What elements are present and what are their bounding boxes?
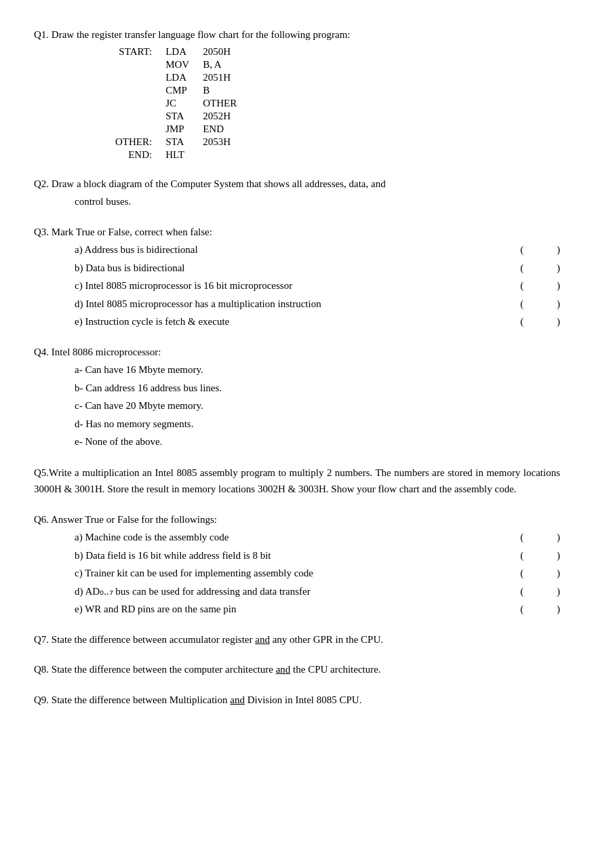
q6-items-container: a) Machine code is the assembly code( )b…: [34, 530, 560, 617]
list-item: a) Machine code is the assembly code( ): [75, 530, 560, 545]
q2-line1: Q2. Draw a block diagram of the Computer…: [34, 176, 560, 192]
list-item: e) Instruction cycle is fetch & execute(…: [75, 314, 560, 330]
q1-header: Q1. Draw the register transfer language …: [34, 27, 560, 43]
list-item: e) WR and RD pins are on the same pin( ): [75, 601, 560, 617]
q9-text: State the difference between Multiplicat…: [49, 694, 230, 705]
q4-label: Q4.: [34, 347, 49, 357]
question-4: Q4. Intel 8086 microprocessor: a- Can ha…: [34, 344, 560, 450]
q7-label: Q7.: [34, 634, 49, 645]
list-item: a) Address bus is bidirectional( ): [75, 242, 560, 258]
question-9: Q9. State the difference between Multipl…: [34, 692, 560, 708]
q2-text2: control buses.: [75, 196, 131, 207]
q3-intro: Mark True or False, correct when false:: [49, 226, 212, 237]
list-item: a- Can have 16 Mbyte memory.: [75, 362, 560, 378]
q7-text2: any other GPR in the CPU.: [270, 634, 383, 645]
list-item: b) Data bus is bidirectional( ): [75, 260, 560, 276]
q2-label: Q2.: [34, 178, 49, 189]
q3-items-container: a) Address bus is bidirectional( )b) Dat…: [34, 242, 560, 330]
table-row: JCOTHER: [115, 97, 250, 110]
q2-text: Draw a block diagram of the Computer Sys…: [49, 178, 386, 189]
q9-text2: Division in Intel 8085 CPU.: [245, 694, 362, 705]
table-row: MOVB, A: [115, 58, 250, 71]
q9-label: Q9.: [34, 694, 49, 705]
q6-intro: Answer True or False for the followings:: [49, 514, 217, 525]
q1-label: Q1.: [34, 29, 49, 40]
list-item: e- None of the above.: [75, 434, 560, 450]
q7-text: State the difference between accumulator…: [49, 634, 255, 645]
question-8: Q8. State the difference between the com…: [34, 662, 560, 677]
table-row: END:HLT: [115, 149, 250, 161]
table-row: CMPB: [115, 84, 250, 97]
q5-label: Q5.: [34, 467, 49, 478]
list-item: c- Can have 20 Mbyte memory.: [75, 398, 560, 414]
question-5: Q5.Write a multiplication an Intel 8085 …: [34, 465, 560, 497]
q8-line: Q8. State the difference between the com…: [34, 662, 560, 677]
list-item: b- Can address 16 address bus lines.: [75, 380, 560, 396]
table-row: START:LDA2050H: [115, 45, 250, 58]
table-row: JMPEND: [115, 123, 250, 136]
q5-text: Q5.Write a multiplication an Intel 8085 …: [34, 465, 560, 497]
table-row: LDA2051H: [115, 71, 250, 84]
q7-line: Q7. State the difference between accumul…: [34, 632, 560, 648]
q6-label: Q6.: [34, 514, 49, 525]
q8-text2: the CPU architecture.: [290, 664, 380, 675]
q3-header: Q3. Mark True or False, correct when fal…: [34, 224, 560, 240]
q7-underline: and: [255, 634, 270, 645]
list-item: d) Intel 8085 microprocessor has a multi…: [75, 296, 560, 312]
table-row: OTHER:STA2053H: [115, 136, 250, 149]
list-item: c) Intel 8085 microprocessor is 16 bit m…: [75, 278, 560, 294]
q6-header: Q6. Answer True or False for the followi…: [34, 512, 560, 528]
q1-text: Draw the register transfer language flow…: [49, 29, 350, 40]
list-item: d- Has no memory segments.: [75, 416, 560, 432]
question-3: Q3. Mark True or False, correct when fal…: [34, 224, 560, 330]
q1-program-table: START:LDA2050HMOVB, ALDA2051HCMPBJCOTHER…: [115, 45, 250, 161]
q3-label: Q3.: [34, 226, 49, 237]
list-item: d) AD₀..₇ bus can be used for addressing…: [75, 584, 560, 599]
q5-content: Write a multiplication an Intel 8085 ass…: [34, 467, 560, 494]
list-item: c) Trainer kit can be used for implement…: [75, 566, 560, 581]
q9-underline: and: [230, 694, 245, 705]
question-6: Q6. Answer True or False for the followi…: [34, 512, 560, 617]
q8-underline: and: [276, 664, 291, 675]
table-row: STA2052H: [115, 110, 250, 123]
q2-line2: control buses.: [75, 194, 560, 210]
q4-header: Q4. Intel 8086 microprocessor:: [34, 344, 560, 360]
q8-text: State the difference between the compute…: [49, 664, 276, 675]
question-2: Q2. Draw a block diagram of the Computer…: [34, 176, 560, 210]
q4-intro: Intel 8086 microprocessor:: [49, 347, 161, 357]
q4-items-container: a- Can have 16 Mbyte memory.b- Can addre…: [34, 362, 560, 450]
list-item: b) Data field is 16 bit while address fi…: [75, 548, 560, 564]
question-1: Q1. Draw the register transfer language …: [34, 27, 560, 161]
question-7: Q7. State the difference between accumul…: [34, 632, 560, 648]
q8-label: Q8.: [34, 664, 49, 675]
q9-line: Q9. State the difference between Multipl…: [34, 692, 560, 708]
